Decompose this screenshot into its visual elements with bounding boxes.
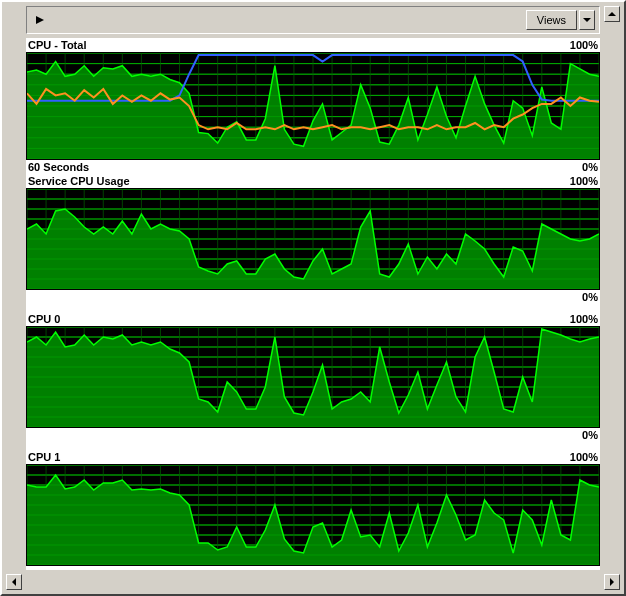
scroll-left-button[interactable] [6,574,22,590]
chart-min-label: 0% [582,428,598,442]
chart-body [26,52,600,160]
window-frame: Views CPU - Total 100% 60 Seconds 0% [0,0,626,596]
chart-max-label: 100% [570,312,598,326]
content-area: CPU - Total 100% 60 Seconds 0% Service C… [26,38,600,570]
chart-footer: 0% [26,428,600,442]
toolbar: Views [26,6,600,34]
chart-header: CPU 0 100% [26,312,600,326]
chart-duration-label: 60 Seconds [28,160,89,174]
views-button[interactable]: Views [526,10,577,30]
chart-gap [26,304,600,312]
chart-max-label: 100% [570,174,598,188]
chart-max-label: 100% [570,450,598,464]
chart-header: Service CPU Usage 100% [26,174,600,188]
svg-marker-0 [36,16,44,24]
chart-cpu-total: CPU - Total 100% 60 Seconds 0% [26,38,600,174]
chart-cpu1: CPU 1 100% [26,450,600,566]
chart-cpu0: CPU 0 100% 0% [26,312,600,442]
arrow-left-icon [12,578,16,586]
chart-body [26,326,600,428]
chart-gap [26,442,600,450]
scroll-right-button[interactable] [604,574,620,590]
vertical-scrollbar[interactable] [604,6,620,590]
chart-title: CPU - Total [28,38,86,52]
chart-title: Service CPU Usage [28,174,130,188]
play-icon [35,15,45,25]
scroll-up-button[interactable] [604,6,620,22]
chart-min-label: 0% [582,160,598,174]
chart-body [26,188,600,290]
views-button-group: Views [526,10,595,30]
chart-min-label: 0% [582,290,598,304]
chart-footer: 0% [26,290,600,304]
chart-footer: 60 Seconds 0% [26,160,600,174]
chart-body [26,464,600,566]
arrow-right-icon [610,578,614,586]
chart-max-label: 100% [570,38,598,52]
chart-title: CPU 0 [28,312,60,326]
chart-header: CPU 1 100% [26,450,600,464]
arrow-up-icon [608,12,616,16]
chevron-down-icon [583,18,591,22]
svg-marker-1 [583,18,591,22]
chart-title: CPU 1 [28,450,60,464]
horizontal-scrollbar[interactable] [6,574,620,590]
chart-header: CPU - Total 100% [26,38,600,52]
views-dropdown[interactable] [579,10,595,30]
play-button[interactable] [31,11,49,29]
chart-service-cpu: Service CPU Usage 100% 0% [26,174,600,304]
